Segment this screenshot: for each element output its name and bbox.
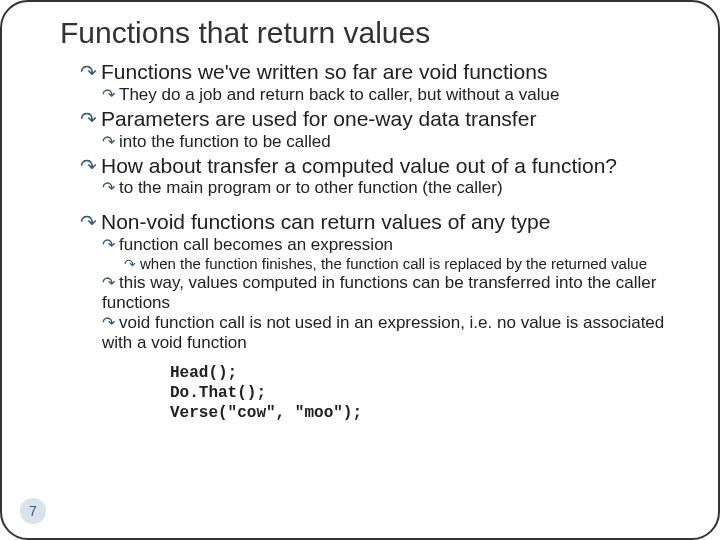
bullet-parameters: ↷Parameters are used for one-way data tr… [80,107,680,132]
bullet-nonvoid: ↷Non-void functions can return values of… [80,210,680,235]
arrow-icon: ↷ [102,235,115,254]
arrow-icon: ↷ [80,61,97,85]
bullet-expression: ↷function call becomes an expression [102,235,680,255]
bullet-void-sub: ↷They do a job and return back to caller… [102,85,680,105]
bullet-transfer-out: ↷How about transfer a computed value out… [80,154,680,179]
arrow-icon: ↷ [80,108,97,132]
bullet-text: void function call is not used in an exp… [102,313,664,352]
bullet-text: Non-void functions can return values of … [101,210,550,233]
bullet-transfer-out-sub: ↷to the main program or to other functio… [102,178,680,198]
code-example: Head(); Do.That(); Verse("cow", "moo"); [170,363,680,423]
arrow-icon: ↷ [80,155,97,179]
arrow-icon: ↷ [102,85,115,104]
bullet-text: into the function to be called [119,132,331,151]
arrow-icon: ↷ [102,178,115,197]
bullet-text: function call becomes an expression [119,235,393,254]
bullet-void-functions: ↷Functions we've written so far are void… [80,60,680,85]
slide-frame: Functions that return values ↷Functions … [0,0,720,540]
bullet-expression-sub: ↷when the function finishes, the functio… [124,255,680,273]
bullet-parameters-sub: ↷into the function to be called [102,132,680,152]
arrow-icon: ↷ [102,132,115,151]
bullet-void-not-expr: ↷void function call is not used in an ex… [102,313,680,353]
arrow-icon: ↷ [80,211,97,235]
bullet-text: They do a job and return back to caller,… [119,85,559,104]
bullet-text: Functions we've written so far are void … [101,60,547,83]
bullet-text: How about transfer a computed value out … [101,154,617,177]
arrow-icon: ↷ [124,256,136,273]
page-number-badge: 7 [20,498,46,524]
arrow-icon: ↷ [102,313,115,332]
page-number: 7 [29,503,37,519]
bullet-text: when the function finishes, the function… [140,255,647,272]
bullet-text: to the main program or to other function… [119,178,503,197]
bullet-text: this way, values computed in functions c… [102,273,656,312]
arrow-icon: ↷ [102,273,115,292]
bullet-transfer-values: ↷this way, values computed in functions … [102,273,680,313]
bullet-text: Parameters are used for one-way data tra… [101,107,536,130]
slide-content: ↷Functions we've written so far are void… [80,60,680,423]
slide-title: Functions that return values [60,16,690,50]
